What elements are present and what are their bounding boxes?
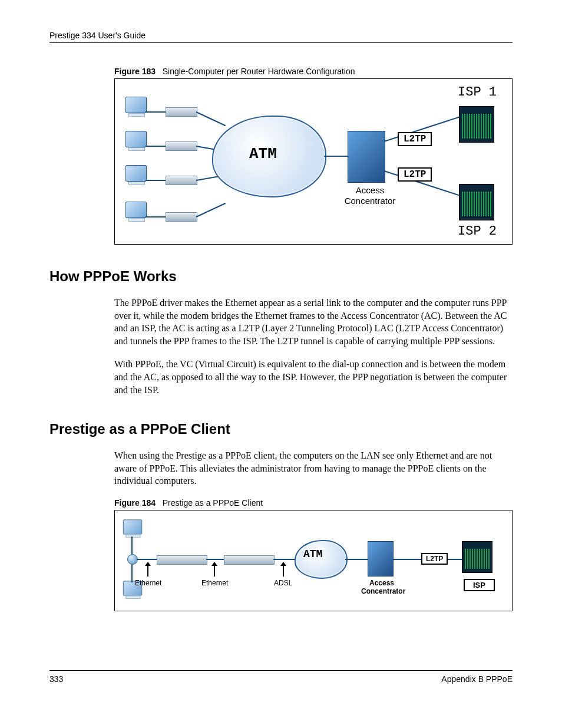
adsl-label: ADSL [274, 579, 292, 587]
ac-label-1: Access [349, 185, 391, 195]
figure-184: ATM Ethernet Ethernet ADSL Access Concen… [114, 510, 513, 611]
modem-icon [166, 176, 197, 185]
section-heading-how-pppoe-works: How PPPoE Works [49, 268, 513, 285]
pc-icon [125, 131, 147, 147]
pc-icon [125, 202, 147, 218]
arrow-icon [214, 566, 215, 577]
figure-183-caption: Figure 183 Single-Computer per Router Ha… [114, 67, 513, 76]
ac-label-1: Access [369, 579, 394, 587]
arrow-icon [147, 566, 148, 577]
figure-184-number: Figure 184 [114, 498, 156, 508]
isp-server-icon [462, 541, 492, 573]
figure-184-caption: Figure 184 Prestige as a PPPoE Client [114, 498, 513, 508]
figure-184-title: Prestige as a PPPoE Client [163, 498, 263, 508]
pc-icon [125, 97, 147, 113]
l2tp-label: L2TP [398, 132, 432, 146]
arrow-icon [283, 566, 284, 577]
cloud-label: ATM [303, 548, 322, 560]
isp-server-icon [459, 184, 494, 220]
adsl-modem-icon [224, 555, 275, 565]
body-paragraph: When using the Prestige as a PPPoE clien… [114, 449, 513, 487]
figure-183-number: Figure 183 [114, 67, 156, 76]
ac-label-2: Concentrator [361, 587, 405, 595]
ac-label: Access Concentrator [361, 579, 402, 596]
l2tp-label: L2TP [421, 553, 448, 565]
page-number: 333 [49, 674, 63, 684]
figure-183-title: Single-Computer per Router Hardware Conf… [163, 67, 355, 76]
page: Prestige 334 User's Guide Figure 183 Sin… [0, 0, 562, 707]
body-paragraph: The PPPoE driver makes the Ethernet appe… [114, 297, 513, 347]
access-concentrator-icon [348, 131, 385, 183]
body-paragraph: With PPPoE, the VC (Virtual Circuit) is … [114, 358, 513, 396]
modem-icon [166, 141, 197, 151]
ethernet-label: Ethernet [201, 579, 228, 587]
cloud-label: ATM [249, 145, 277, 163]
l2tp-label: L2TP [398, 167, 432, 182]
running-header: Prestige 334 User's Guide [49, 31, 513, 43]
pc-icon [125, 165, 147, 182]
access-concentrator-icon [368, 541, 394, 577]
prestige-device-icon [157, 555, 207, 565]
pc-icon [123, 519, 142, 534]
modem-icon [166, 107, 197, 117]
ac-label-2: Concentrator [338, 196, 402, 206]
isp1-label: ISP 1 [457, 85, 498, 100]
isp-server-icon [459, 106, 494, 143]
isp2-label: ISP 2 [457, 224, 498, 239]
figure-183: ATM Access Concentrator L2TP L2TP ISP 1 … [114, 78, 513, 245]
page-footer: 333 Appendix B PPPoE [49, 670, 513, 684]
modem-icon [166, 212, 197, 222]
isp-label: ISP [464, 579, 495, 591]
footer-section-ref: Appendix B PPPoE [441, 674, 513, 684]
ethernet-label: Ethernet [135, 579, 161, 587]
section-heading-prestige-client: Prestige as a PPPoE Client [49, 421, 513, 437]
